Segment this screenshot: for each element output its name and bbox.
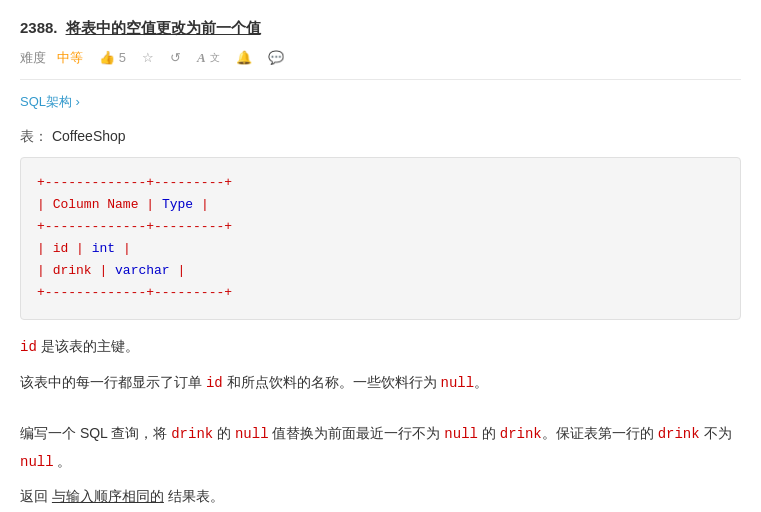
id-note: id 是该表的主键。 [20,334,741,360]
difficulty-label: 难度 中等 [20,48,83,69]
bell-icon: 🔔 [236,48,252,69]
bell-button[interactable]: 🔔 [236,48,252,69]
return-description: 返回 与输入顺序相同的 结果表。 [20,483,741,510]
code-line-4: | id | int | [37,238,724,260]
difficulty-value: 中等 [57,50,83,65]
refresh-button[interactable]: ↺ [170,48,181,69]
page-container: 2388. 将表中的空值更改为前一个值 难度 中等 👍 5 ☆ ↺ A 文 🔔 … [0,0,761,512]
likes-count: 5 [119,48,126,69]
task-description: 编写一个 SQL 查询，将 drink 的 null 值替换为前面最近一行不为 … [20,420,741,475]
row-note: 该表中的每一行都显示了订单 id 和所点饮料的名称。一些饮料行为 null。 [20,370,741,396]
translate-button[interactable]: A 文 [197,48,220,69]
code-line-6: +-------------+---------+ [37,282,724,304]
star-icon: ☆ [142,48,154,69]
code-line-5: | drink | varchar | [37,260,724,282]
likes-button[interactable]: 👍 5 [99,48,126,69]
refresh-icon: ↺ [170,48,181,69]
problem-number: 2388. [20,16,58,40]
title-row: 2388. 将表中的空值更改为前一个值 [20,16,741,40]
code-line-1: +-------------+---------+ [37,172,724,194]
problem-title: 将表中的空值更改为前一个值 [66,16,261,40]
table-name: CoffeeShop [52,128,126,144]
meta-row: 难度 中等 👍 5 ☆ ↺ A 文 🔔 💬 [20,48,741,80]
code-line-2: | Column Name | Type | [37,194,724,216]
comment-button[interactable]: 💬 [268,48,284,69]
breadcrumb[interactable]: SQL架构 › [20,92,741,113]
table-label: 表： CoffeeShop [20,125,741,147]
comment-icon: 💬 [268,48,284,69]
translate-icon: A [197,48,206,69]
code-line-3: +-------------+---------+ [37,216,724,238]
thumb-up-icon: 👍 [99,48,115,69]
star-button[interactable]: ☆ [142,48,154,69]
code-block: +-------------+---------+ | Column Name … [20,157,741,320]
